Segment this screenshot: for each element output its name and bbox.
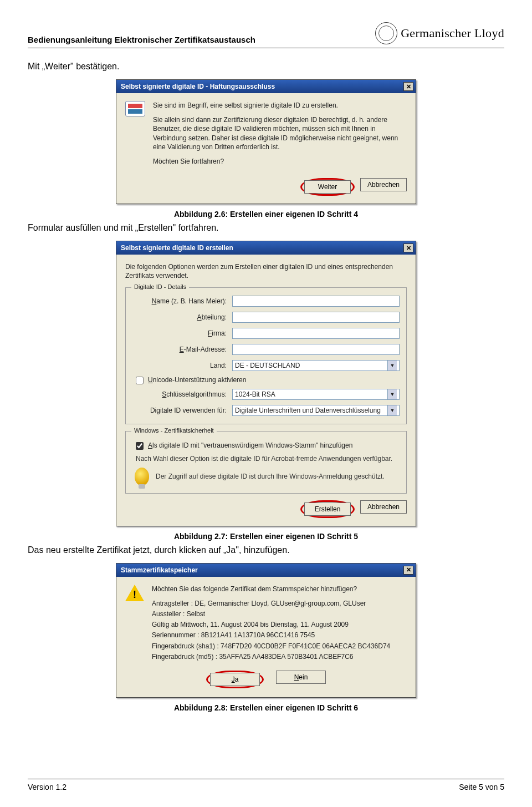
d3-l3: Gültig ab Mittwoch, 11. August 2004 bis …: [152, 620, 390, 629]
dialog3-text: Möchten Sie das folgende Zertifikat dem …: [152, 585, 390, 663]
label-email: E-Mail-Adresse:: [132, 346, 232, 353]
ja-button[interactable]: Ja: [210, 673, 260, 686]
erstellen-button[interactable]: Erstellen: [304, 503, 351, 516]
d3-l6: Fingerabdruck (md5) : 35AFFA25 AA483DEA …: [152, 652, 390, 661]
algo-value: 1024-Bit RSA: [235, 390, 275, 398]
label-abteilung: Abteilung:: [132, 313, 232, 321]
nein-button[interactable]: Nein: [276, 671, 326, 684]
page-footer: Version 1.2 Seite 5 von 5: [28, 779, 504, 791]
label-land: Land:: [132, 362, 232, 369]
label-name: Name (z. B. Hans Meier):: [132, 297, 232, 305]
d3-l4: Seriennummer : 8B121A41 1A13710A 96CC141…: [152, 631, 390, 639]
abbrechen-button[interactable]: Abbrechen: [360, 178, 407, 191]
chevron-down-icon: ▼: [387, 389, 397, 399]
chevron-down-icon: ▼: [387, 405, 397, 415]
trust-note: Nach Wahl dieser Option ist die digitale…: [136, 454, 396, 463]
use-select[interactable]: Digitale Unterschriften und Datenverschl…: [232, 405, 400, 416]
figure-caption-2-6: Abbildung 2.6: Erstellen einer eigenen I…: [28, 210, 504, 219]
d1-p1: Sie sind im Begriff, eine selbst signier…: [153, 101, 407, 110]
unicode-checkbox[interactable]: [136, 377, 144, 384]
d3-l2: Aussteller : Selbst: [152, 610, 390, 618]
page-header: Bedienungsanleitung Elektronischer Zerti…: [28, 22, 504, 48]
algo-select[interactable]: 1024-Bit RSA ▼: [232, 389, 400, 400]
weiter-button[interactable]: Weiter: [304, 180, 351, 194]
dialog1-titlebar[interactable]: Selbst signierte digitale ID - Haftungsa…: [116, 80, 416, 93]
dialog-stammzertifikat: Stammzertifikatspeicher ✕ ! Möchten Sie …: [116, 563, 416, 698]
close-icon[interactable]: ✕: [403, 566, 413, 575]
chevron-down-icon: ▼: [387, 361, 397, 370]
dialog2-intro: Die folgenden Optionen werden zum Erstel…: [125, 262, 407, 280]
d3-l5: Fingerabdruck (sha1) : 748F7D20 40CD0B2F…: [152, 642, 390, 651]
document-title: Bedienungsanleitung Elektronischer Zerti…: [28, 35, 255, 44]
d3-l1: Antragsteller : DE, Germanischer Lloyd, …: [152, 599, 390, 608]
lightbulb-icon: [135, 468, 149, 485]
unicode-label: Unicode-Unterstützung aktivieren: [148, 376, 246, 384]
trust-checkbox[interactable]: [136, 442, 144, 450]
land-select[interactable]: DE - DEUTSCHLAND ▼: [232, 360, 400, 371]
close-icon[interactable]: ✕: [403, 243, 413, 252]
abteilung-field[interactable]: [232, 312, 400, 323]
fieldset-digital-id-details: Digitale ID - Details Name (z. B. Hans M…: [125, 287, 407, 424]
figure-caption-2-8: Abbildung 2.8: Erstellen einer eigenen I…: [28, 703, 504, 712]
use-value: Digitale Unterschriften und Datenverschl…: [235, 407, 381, 414]
highlight-circle-erstellen: Erstellen: [300, 500, 355, 518]
bulb-note: Der Zugriff auf diese digitale ID ist du…: [156, 472, 385, 481]
footer-page: Seite 5 von 5: [459, 783, 504, 791]
instruction-text-3: Das neu erstellte Zertifikat jetzt, durc…: [28, 545, 504, 555]
dialog2-titlebar[interactable]: Selbst signierte digitale ID erstellen ✕: [116, 241, 416, 255]
dialog1-text: Sie sind im Begriff, eine selbst signier…: [153, 101, 407, 171]
brand-name: Germanischer Lloyd: [401, 26, 504, 40]
d3-question: Möchten Sie das folgende Zertifikat dem …: [152, 585, 390, 593]
abbrechen-button[interactable]: Abbrechen: [360, 500, 407, 514]
dialog2-title: Selbst signierte digitale ID erstellen: [121, 244, 233, 252]
close-icon[interactable]: ✕: [403, 82, 413, 91]
brand-seal-icon: [375, 22, 397, 44]
email-field[interactable]: [232, 344, 400, 355]
dialog1-title: Selbst signierte digitale ID - Haftungsa…: [121, 83, 275, 90]
label-algo: Schlüsselalgorithmus:: [132, 390, 232, 398]
highlight-circle-weiter: Weiter: [300, 178, 355, 196]
figure-caption-2-7: Abbildung 2.7: Erstellen einer eigenen I…: [28, 532, 504, 541]
legend-windows: Windows - Zertifikatsicherheit: [131, 427, 217, 434]
dialog-haftungsausschluss: Selbst signierte digitale ID - Haftungsa…: [116, 79, 416, 204]
firma-field[interactable]: [232, 328, 400, 339]
legend-digital-id: Digitale ID - Details: [131, 283, 189, 290]
label-firma: Firma:: [132, 329, 232, 337]
dialog3-title: Stammzertifikatspeicher: [121, 566, 198, 574]
land-value: DE - DEUTSCHLAND: [235, 362, 300, 369]
highlight-circle-ja: Ja: [206, 671, 264, 688]
brand-block: Germanischer Lloyd: [375, 22, 504, 44]
id-card-icon: [125, 101, 145, 116]
dialog3-titlebar[interactable]: Stammzertifikatspeicher ✕: [116, 564, 416, 577]
footer-version: Version 1.2: [28, 783, 66, 791]
name-field[interactable]: [232, 296, 400, 307]
label-use: Digitale ID verwenden für:: [132, 407, 232, 414]
dialog-id-erstellen: Selbst signierte digitale ID erstellen ✕…: [116, 241, 416, 526]
warning-icon: !: [125, 585, 144, 601]
instruction-text-1: Mit „Weiter" bestätigen.: [28, 62, 504, 72]
d1-p2: Sie allein sind dann zur Zertifizierung …: [153, 115, 407, 151]
instruction-text-2: Formular ausfüllen und mit „Erstellen" f…: [28, 223, 504, 233]
trust-label: Als digitale ID mit "vertrauenswürdigem …: [148, 441, 352, 449]
fieldset-windows-security: Windows - Zertifikatsicherheit Als digit…: [125, 431, 407, 494]
d1-p3: Möchten Sie fortfahren?: [153, 157, 407, 166]
